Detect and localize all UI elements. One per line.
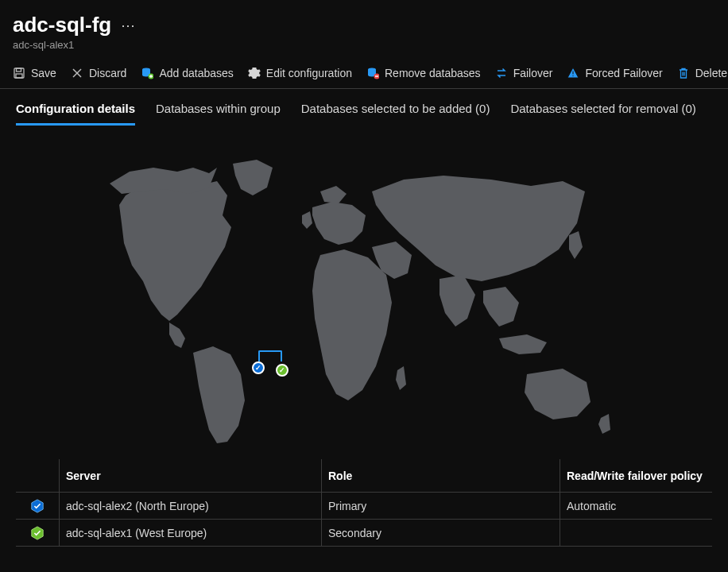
failover-label: Failover (513, 67, 553, 79)
database-add-icon (141, 67, 153, 79)
database-remove-icon (366, 67, 379, 79)
tab-databases-to-remove[interactable]: Databases selected for removal (0) (510, 102, 695, 126)
add-databases-button[interactable]: Add databases (141, 67, 233, 79)
discard-button[interactable]: Discard (71, 67, 126, 79)
policy-cell: Automatic (560, 493, 712, 519)
remove-databases-label: Remove databases (385, 67, 481, 79)
world-map: ✓ ✓ (0, 126, 728, 459)
tab-databases-within-group[interactable]: Databases within group (156, 102, 281, 126)
col-role: Role (321, 459, 560, 492)
role-cell: Primary (321, 493, 560, 519)
map-marker-primary[interactable]: ✓ (252, 361, 265, 374)
toolbar: Save Discard Add databases Edit configur… (0, 56, 728, 89)
policy-cell (560, 520, 712, 546)
more-options-button[interactable]: ⋯ (121, 17, 136, 34)
check-icon: ✓ (279, 366, 285, 374)
delete-label: Delete (695, 67, 727, 79)
map-marker-secondary[interactable]: ✓ (276, 364, 288, 377)
role-cell: Secondary (321, 520, 560, 546)
col-policy: Read/Write failover policy (560, 459, 712, 492)
tab-databases-to-add[interactable]: Databases selected to be added (0) (301, 102, 490, 126)
table-row[interactable]: adc-sql-alex1 (West Europe) Secondary (16, 520, 712, 547)
edit-configuration-button[interactable]: Edit configuration (248, 67, 352, 79)
page-title: adc-sql-fg (13, 13, 111, 37)
server-cell: adc-sql-alex2 (North Europe) (59, 493, 321, 519)
tabs-bar: Configuration details Databases within g… (0, 89, 728, 126)
failover-icon (495, 67, 508, 79)
forced-failover-button[interactable]: Forced Failover (567, 67, 662, 79)
close-icon (71, 67, 83, 79)
trash-icon (677, 67, 690, 79)
secondary-server-icon (30, 526, 45, 540)
primary-server-icon (30, 499, 45, 513)
server-cell: adc-sql-alex1 (West Europe) (59, 520, 321, 546)
svg-rect-1 (17, 68, 21, 72)
tab-configuration-details[interactable]: Configuration details (16, 102, 135, 126)
check-icon: ✓ (255, 364, 261, 372)
save-label: Save (31, 67, 56, 79)
delete-button[interactable]: Delete (677, 67, 727, 79)
gear-icon (248, 67, 261, 79)
table-header: Server Role Read/Write failover policy (16, 459, 712, 493)
col-server: Server (59, 459, 321, 492)
world-map-svg (86, 148, 642, 450)
save-button[interactable]: Save (13, 67, 56, 79)
svg-rect-2 (16, 74, 22, 78)
warning-icon (567, 67, 579, 79)
servers-table: Server Role Read/Write failover policy a… (0, 459, 728, 547)
table-row[interactable]: adc-sql-alex2 (North Europe) Primary Aut… (16, 493, 712, 520)
edit-configuration-label: Edit configuration (266, 67, 352, 79)
failover-button[interactable]: Failover (495, 67, 553, 79)
discard-label: Discard (89, 67, 126, 79)
marker-connector (258, 350, 282, 361)
forced-failover-label: Forced Failover (585, 67, 662, 79)
save-icon (13, 67, 25, 79)
breadcrumb: adc-sql-alex1 (13, 39, 715, 51)
add-databases-label: Add databases (159, 67, 233, 79)
remove-databases-button[interactable]: Remove databases (366, 67, 481, 79)
